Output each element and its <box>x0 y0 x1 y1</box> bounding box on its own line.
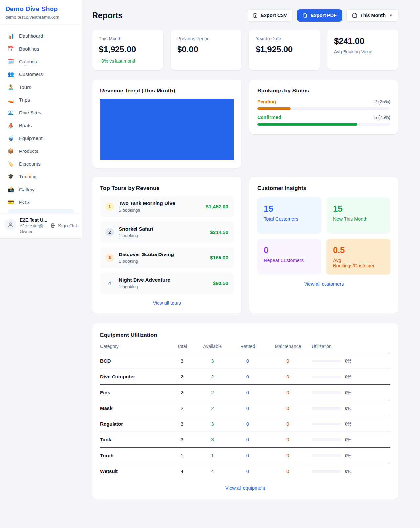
cell-rented: 0 <box>231 358 264 364</box>
insight-tile-avg-bookings: 0.5 Avg Bookings/Customer <box>326 239 390 275</box>
person-icon <box>8 222 13 228</box>
tag-icon: 🏷️ <box>7 161 14 167</box>
stat-value: $0.00 <box>177 44 235 54</box>
cell-utilization: 0% <box>345 358 351 364</box>
customer-insights-title: Customer Insights <box>257 185 390 192</box>
period-label: This Month <box>360 13 386 18</box>
utilization-bar <box>312 470 341 473</box>
stat-card-previous-period: Previous Period $0.00 <box>171 30 242 70</box>
utilization-bar <box>312 360 341 362</box>
logout-icon <box>50 223 56 228</box>
file-download-icon <box>303 13 308 18</box>
cell-available: 1 <box>194 453 231 458</box>
insight-label: Avg Bookings/Customer <box>333 258 384 268</box>
shop-domain: demo.test.divestreams.com <box>5 15 76 20</box>
cell-rented: 0 <box>231 437 264 442</box>
rank-badge: 1 <box>105 202 114 211</box>
view-all-tours-link[interactable]: View all tours <box>100 300 234 306</box>
cell-total: 3 <box>171 358 194 364</box>
cell-utilization: 0% <box>345 421 351 427</box>
sign-out-button[interactable]: Sign Out <box>50 223 77 228</box>
sidebar-item-label: Products <box>19 148 38 154</box>
main-content: Reports Export CSV Export PDF <box>82 0 420 513</box>
sidebar-item-products[interactable]: 📦 Products <box>4 145 78 157</box>
sidebar-item-dive-sites[interactable]: 🌊 Dive Sites <box>4 107 78 119</box>
wave-icon: 🌊 <box>7 110 14 115</box>
sidebar-item-label: Bookings <box>19 46 39 51</box>
sidebar-item-label: Dive Sites <box>19 110 41 115</box>
table-row: Mask 2 2 0 0 0% <box>100 400 390 416</box>
diving-mask-icon: 🤿 <box>7 136 14 141</box>
sidebar-item-dashboard[interactable]: 📊 Dashboard <box>4 30 78 42</box>
column-header-category: Category <box>100 344 171 349</box>
view-all-customers-link[interactable]: View all customers <box>257 281 390 287</box>
sidebar-item-training[interactable]: 🎓 Training <box>4 171 78 183</box>
user-name: E2E Test U... <box>20 217 47 223</box>
table-row: Torch 1 1 0 0 0% <box>100 448 390 463</box>
export-pdf-label: Export PDF <box>311 13 337 18</box>
cell-utilization: 0% <box>345 437 351 442</box>
cell-category: BCD <box>100 358 171 364</box>
view-all-equipment-link[interactable]: View all equipment <box>100 485 390 491</box>
period-select[interactable]: This Month ▼ <box>346 9 398 22</box>
user-email: e2e-tester@... <box>20 223 47 228</box>
export-csv-button[interactable]: Export CSV <box>247 9 293 22</box>
table-row: Tank 3 3 0 0 0% <box>100 432 390 448</box>
sidebar-item-gallery[interactable]: 📸 Gallery <box>4 183 78 195</box>
column-header-total: Total <box>171 344 194 349</box>
cell-maintenance: 0 <box>264 468 312 474</box>
graduation-cap-icon: 🎓 <box>7 174 14 179</box>
sidebar-item-customers[interactable]: 👥 Customers <box>4 68 78 80</box>
tour-bookings: 1 booking <box>119 284 213 289</box>
insight-tile-new-this-month: 15 New This Month <box>326 197 390 234</box>
status-bar-track <box>257 123 390 126</box>
rank-badge: 2 <box>105 228 114 236</box>
sidebar-item-tours[interactable]: 🏝️ Tours <box>4 81 78 93</box>
sidebar-item-calendar[interactable]: 🗓️ Calendar <box>4 55 78 68</box>
cell-total: 1 <box>171 453 194 458</box>
sailboat-icon: ⛵ <box>7 123 14 128</box>
sidebar-item-equipment[interactable]: 🤿 Equipment <box>4 132 78 144</box>
status-bar-track <box>257 107 390 110</box>
cell-rented: 0 <box>231 421 264 427</box>
bookings-calendar-icon: 📅 <box>7 46 14 51</box>
stat-card-year-to-date: Year to Date $1,925.00 <box>249 30 320 70</box>
column-header-utilization: Utilization <box>312 344 390 349</box>
export-csv-label: Export CSV <box>261 13 287 18</box>
sidebar-item-label: Trips <box>19 97 30 103</box>
sidebar-item-boats[interactable]: ⛵ Boats <box>4 119 78 132</box>
tour-name: Night Dive Adventure <box>119 277 213 283</box>
sidebar-item-bookings[interactable]: 📅 Bookings <box>4 43 78 55</box>
insight-value: 0 <box>264 245 315 255</box>
utilization-bar <box>312 454 341 457</box>
sidebar-item-trips[interactable]: 🚤 Trips <box>4 94 78 106</box>
tour-bookings: 1 booking <box>119 233 210 238</box>
sidebar-item-label: Tours <box>19 84 31 90</box>
table-row: Wetsuit 4 4 0 0 0% <box>100 463 390 479</box>
sidebar-item-discounts[interactable]: 🏷️ Discounts <box>4 158 78 170</box>
tour-revenue: $1,452.00 <box>206 204 228 210</box>
cell-total: 3 <box>171 421 194 427</box>
sidebar-item-reports-partial[interactable] <box>8 209 74 213</box>
cell-maintenance: 0 <box>264 421 312 427</box>
page-title: Reports <box>92 11 123 20</box>
cell-category: Tank <box>100 437 171 442</box>
cell-rented: 0 <box>231 405 264 411</box>
cell-utilization: 0% <box>345 406 351 411</box>
insight-label: Total Customers <box>264 216 315 222</box>
cell-category: Fins <box>100 390 171 395</box>
calendar-icon: 🗓️ <box>7 59 14 64</box>
tour-revenue: $93.50 <box>213 280 228 286</box>
sidebar-item-pos[interactable]: 💳 POS <box>4 196 78 208</box>
utilization-bar <box>312 376 341 378</box>
column-header-rented: Rented <box>231 344 264 349</box>
export-pdf-button[interactable]: Export PDF <box>297 9 342 22</box>
cell-available: 3 <box>194 437 231 442</box>
status-label: Confirmed <box>257 115 281 120</box>
table-row: BCD 3 3 0 0 0% <box>100 353 390 369</box>
rank-badge: 4 <box>105 279 114 288</box>
revenue-trend-card: Revenue Trend (This Month) <box>92 80 242 168</box>
speedboat-icon: 🚤 <box>7 97 14 103</box>
rank-badge: 3 <box>105 254 114 262</box>
equipment-table-body: BCD 3 3 0 0 0% Dive Computer 2 2 0 0 0% … <box>100 353 390 479</box>
